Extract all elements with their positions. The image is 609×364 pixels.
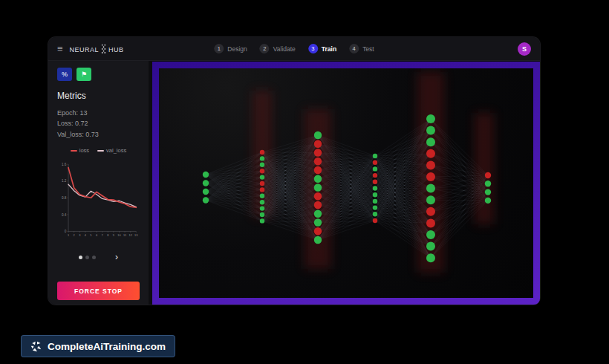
loss-chart: 00.40.81.21.612345678910111213 bbox=[57, 156, 140, 250]
metrics-title: Metrics bbox=[57, 91, 140, 101]
val-loss-marker-icon bbox=[97, 150, 104, 152]
workflow-steps: 1 Design 2 Validate 3 Train 4 Test bbox=[214, 37, 374, 60]
step-design[interactable]: 1 Design bbox=[214, 44, 247, 53]
step-validate[interactable]: 2 Validate bbox=[260, 44, 296, 53]
percent-tool-button[interactable]: % bbox=[57, 68, 72, 81]
logo-word-neural: neural bbox=[70, 43, 100, 54]
legend-label-loss: loss bbox=[79, 147, 89, 154]
watermark-label: CompleteAiTraining.com bbox=[48, 341, 166, 352]
metrics-sidebar: % ⚑ Metrics Epoch: 13 Loss: 0.72 Val_los… bbox=[48, 61, 149, 305]
step-label: Design bbox=[227, 45, 247, 53]
legend-label-val-loss: val_loss bbox=[106, 147, 126, 154]
pager-dot[interactable] bbox=[92, 256, 96, 259]
step-label: Validate bbox=[273, 45, 296, 53]
chart-legend: loss val_loss bbox=[57, 147, 140, 154]
legend-item-loss: loss bbox=[71, 147, 89, 154]
svg-text:1: 1 bbox=[68, 233, 69, 237]
svg-text:11: 11 bbox=[123, 233, 126, 237]
loss-marker-icon bbox=[71, 150, 77, 152]
network-canvas[interactable] bbox=[159, 68, 533, 298]
svg-text:0: 0 bbox=[65, 230, 67, 233]
step-test[interactable]: 4 Test bbox=[349, 44, 374, 53]
svg-text:3: 3 bbox=[79, 233, 81, 237]
step-label: Test bbox=[362, 45, 374, 53]
stat-loss: Loss: 0.72 bbox=[57, 118, 140, 129]
svg-text:1.6: 1.6 bbox=[62, 163, 67, 166]
next-page-button[interactable]: › bbox=[115, 253, 118, 261]
step-label: Train bbox=[322, 45, 336, 53]
svg-text:9: 9 bbox=[113, 233, 114, 237]
flag-icon: ⚑ bbox=[81, 71, 87, 78]
svg-text:2: 2 bbox=[74, 233, 75, 237]
training-stats: Epoch: 13 Loss: 0.72 Val_loss: 0.73 bbox=[57, 108, 140, 140]
stat-val-loss: Val_loss: 0.73 bbox=[57, 129, 140, 140]
svg-text:12: 12 bbox=[128, 233, 131, 237]
flag-tool-button[interactable]: ⚑ bbox=[76, 68, 91, 81]
svg-text:6: 6 bbox=[96, 233, 98, 237]
main-content: % ⚑ Metrics Epoch: 13 Loss: 0.72 Val_los… bbox=[48, 61, 540, 305]
logo-dots-icon bbox=[100, 43, 107, 54]
step-number: 3 bbox=[308, 44, 318, 53]
svg-text:10: 10 bbox=[117, 233, 121, 237]
svg-text:1.2: 1.2 bbox=[62, 180, 67, 183]
pagination-dots[interactable] bbox=[79, 256, 96, 259]
top-bar: ≡ neural hub 1 Design 2 Validate bbox=[48, 37, 540, 61]
logo-word-hub: hub bbox=[108, 43, 124, 54]
pager-dot[interactable] bbox=[85, 256, 89, 259]
step-number: 2 bbox=[260, 44, 270, 53]
step-number: 4 bbox=[349, 44, 359, 53]
chart-pager: › bbox=[57, 253, 140, 261]
stat-epoch: Epoch: 13 bbox=[57, 108, 140, 118]
legend-item-val-loss: val_loss bbox=[97, 147, 126, 154]
svg-text:13: 13 bbox=[134, 233, 138, 237]
percent-icon: % bbox=[62, 71, 68, 78]
step-number: 1 bbox=[214, 44, 224, 53]
svg-text:7: 7 bbox=[102, 233, 103, 237]
watermark-badge[interactable]: CompleteAiTraining.com bbox=[21, 335, 175, 357]
app-window: ≡ neural hub 1 Design 2 Validate bbox=[48, 37, 540, 305]
step-train[interactable]: 3 Train bbox=[308, 44, 336, 53]
svg-text:0.4: 0.4 bbox=[62, 213, 67, 217]
svg-text:5: 5 bbox=[90, 233, 92, 237]
sidebar-toolbar: % ⚑ bbox=[57, 68, 140, 81]
svg-text:4: 4 bbox=[85, 233, 87, 237]
chevron-right-icon: › bbox=[115, 252, 118, 262]
svg-text:0.8: 0.8 bbox=[62, 196, 67, 200]
svg-text:8: 8 bbox=[107, 233, 109, 237]
watermark-logo-icon bbox=[30, 341, 42, 352]
network-frame bbox=[152, 62, 540, 305]
app-logo: neural hub bbox=[70, 43, 124, 54]
menu-icon[interactable]: ≡ bbox=[57, 44, 63, 53]
pager-dot[interactable] bbox=[79, 256, 82, 259]
user-avatar[interactable]: S bbox=[518, 42, 531, 56]
force-stop-button[interactable]: FORCE STOP bbox=[57, 282, 140, 300]
